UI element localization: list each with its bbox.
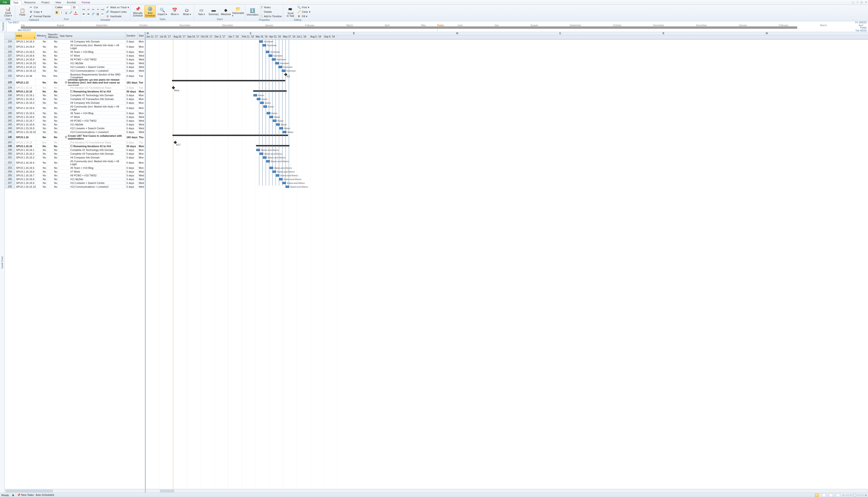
row-number[interactable]: 152: [5, 159, 15, 166]
cell-task-name[interactable]: #7 Work: [58, 170, 125, 173]
cell-start[interactable]: Wed: [138, 181, 145, 185]
cell-milestone[interactable]: No: [36, 170, 47, 173]
ribbon-minimize-icon[interactable]: ▢: [851, 0, 855, 4]
cell-wbs[interactable]: SPU3.1.14.34: [15, 73, 36, 79]
cell-milestone[interactable]: No: [36, 43, 47, 50]
filter-icon[interactable]: ▾: [45, 37, 46, 39]
cell-reporting-milestone[interactable]: No: [47, 69, 58, 72]
inspect-button[interactable]: 🔍Inspect ▾: [157, 5, 168, 18]
table-row[interactable]: 128SPU3.1.14.16.8NoNo#9 PCW2 + #10 TWS25…: [5, 58, 145, 61]
row-number[interactable]: 144: [5, 126, 15, 130]
cell-reporting-milestone[interactable]: No: [47, 166, 58, 170]
table-row[interactable]: 154SPU3.1.16.16.6NoNo#7 Work5 daysWed: [5, 170, 145, 173]
zoom-slider[interactable]: [845, 495, 864, 496]
task-bar[interactable]: Balan: [266, 112, 271, 114]
cell-reporting-milestone[interactable]: No: [47, 177, 58, 181]
cell-wbs[interactable]: SPU3.1.16.16: [15, 144, 36, 148]
cell-start[interactable]: Mon: [138, 166, 145, 170]
cell-reporting-milestone[interactable]: No: [47, 94, 58, 97]
table-row[interactable]: 143SPU3.1.15.16.8NoNo#11 MySite5 daysWed: [5, 123, 145, 126]
font-color-button[interactable]: A: [73, 10, 78, 15]
cell-wbs[interactable]: SPU3.1.14.16.4: [15, 43, 36, 50]
cell-start[interactable]: Mon: [138, 156, 145, 159]
cell-reporting-milestone[interactable]: No: [47, 141, 58, 144]
cell-task-name[interactable]: #7 Work: [58, 115, 125, 118]
table-row[interactable]: 153SPU3.1.16.16.5NoNo#6 Team + #14 Blog5…: [5, 166, 145, 170]
cell-start[interactable]: Mon: [138, 97, 145, 101]
table-row[interactable]: 136SPU3.1.15.16.1NoNoComplete #2 Technol…: [5, 94, 145, 97]
table-row[interactable]: 140SPU3.1.15.16.5NoNo#6 Team + #14 Blog5…: [5, 111, 145, 115]
bold-button[interactable]: B: [55, 10, 59, 15]
task-bar[interactable]: Balan and Marco: [260, 153, 263, 155]
cell-milestone[interactable]: No: [36, 101, 47, 104]
cell-task-name[interactable]: −Remaining Iterations #2 to #14: [58, 89, 125, 93]
cell-reporting-milestone[interactable]: No: [47, 101, 58, 104]
cell-milestone[interactable]: No: [36, 159, 47, 166]
row-number[interactable]: 140: [5, 111, 15, 115]
cell-milestone[interactable]: No: [36, 40, 47, 43]
cell-reporting-milestone[interactable]: No: [47, 148, 58, 152]
table-row[interactable]: 150SPU3.1.16.16.2NoNoComplete #3 Transac…: [5, 152, 145, 156]
cell-wbs[interactable]: SPU3.1.15.16.2: [15, 97, 36, 101]
table-row[interactable]: 156SPU3.1.16.16.8NoNo#11 MySite5 daysWed: [5, 177, 145, 181]
cell-task-name[interactable]: −Develop specific QA test plans for rele…: [58, 79, 125, 86]
row-number[interactable]: 134: [5, 86, 15, 89]
cell-wbs[interactable]: SPU3.1.15.16.5: [15, 111, 36, 115]
cell-milestone[interactable]: No: [36, 177, 47, 181]
cell-task-name[interactable]: Complete #2 Technology Info Domain: [58, 148, 125, 152]
cell-wbs[interactable]: SPU3.1.16.16.7: [15, 173, 36, 177]
mark-on-track-button[interactable]: ✔Mark on Track ▾: [106, 5, 129, 10]
col-task-name[interactable]: Task Name: [58, 32, 125, 39]
cell-milestone[interactable]: No: [36, 58, 47, 61]
cell-task-name[interactable]: #5 Community (incl. Market Info Hub) + #…: [58, 159, 125, 166]
tab-project[interactable]: Project: [39, 0, 52, 4]
cell-task-name[interactable]: #11 MySite: [58, 61, 125, 65]
grid-hscroll[interactable]: [5, 489, 145, 493]
chart-hscroll[interactable]: [146, 489, 868, 493]
notes-button[interactable]: 📝Notes: [259, 5, 282, 10]
col-start[interactable]: Start: [138, 32, 145, 39]
insert-deliverable-button[interactable]: 📁Deliverable ▾: [232, 5, 244, 18]
row-number[interactable]: 138: [5, 101, 15, 104]
cell-duration[interactable]: 5 days: [125, 43, 138, 50]
cell-reporting-milestone[interactable]: No: [47, 173, 58, 177]
row-number[interactable]: 157: [5, 181, 15, 185]
cell-wbs[interactable]: SPU3.1.16.16.8: [15, 177, 36, 181]
cell-task-name[interactable]: #12 Livewire + Search Centre: [58, 181, 125, 185]
cell-duration[interactable]: 5 days: [125, 185, 138, 188]
row-number[interactable]: 146: [5, 134, 15, 140]
cell-wbs[interactable]: SPU3.1.16: [15, 134, 36, 140]
cell-wbs[interactable]: SPU3.1.15.16.6: [15, 115, 36, 118]
cell-duration[interactable]: 3 days: [125, 86, 138, 89]
cell-wbs[interactable]: SPU3.1.15.16: [15, 89, 36, 93]
cell-milestone[interactable]: No: [36, 86, 47, 89]
cell-reporting-milestone[interactable]: No: [47, 123, 58, 126]
cell-wbs[interactable]: SPU3.1.16.16.10: [15, 185, 36, 188]
cell-reporting-milestone[interactable]: No: [47, 181, 58, 185]
cell-duration[interactable]: 5 days: [125, 97, 138, 101]
add-to-timeline-button[interactable]: 🕒Add to Timeline: [259, 14, 282, 18]
cell-duration[interactable]: 5 days: [125, 119, 138, 122]
cell-task-name[interactable]: #9 PCW2 + #10 TWS2: [58, 173, 125, 177]
cell-duration[interactable]: 0 days: [125, 73, 138, 79]
task-bar[interactable]: Balan and Marco: [286, 186, 289, 188]
cell-start[interactable]: Mon: [138, 144, 145, 148]
cell-duration[interactable]: 5 days: [125, 61, 138, 65]
cell-milestone[interactable]: No: [36, 181, 47, 185]
cell-start[interactable]: Tue: [138, 73, 145, 79]
cell-task-name[interactable]: #4 Company Info Domain: [58, 40, 125, 43]
zoom-control[interactable]: − +: [843, 494, 867, 497]
table-row[interactable]: 148SPU3.1.16.16NoNo−Remaining Iterations…: [5, 144, 145, 148]
cell-wbs[interactable]: SPU3.1.14.16.10: [15, 61, 36, 65]
milestone-marker[interactable]: Ilana: [172, 86, 175, 89]
cell-milestone[interactable]: No: [36, 105, 47, 111]
row-number[interactable]: 148: [5, 144, 15, 148]
cell-duration[interactable]: 5 days: [125, 170, 138, 173]
cell-task-name[interactable]: #9 PCW2 + #10 TWS2: [58, 119, 125, 122]
restore-icon[interactable]: ◱: [859, 0, 864, 4]
scroll-to-task-button[interactable]: 🡆Scrollto Task: [285, 6, 296, 18]
table-row[interactable]: 126SPU3.1.14.16.5NoNo#6 Team + #14 Blog5…: [5, 50, 145, 54]
cell-reporting-milestone[interactable]: No: [47, 156, 58, 159]
cell-wbs[interactable]: SPU3.1.15.16.8: [15, 123, 36, 126]
collapse-icon[interactable]: −: [70, 90, 72, 93]
